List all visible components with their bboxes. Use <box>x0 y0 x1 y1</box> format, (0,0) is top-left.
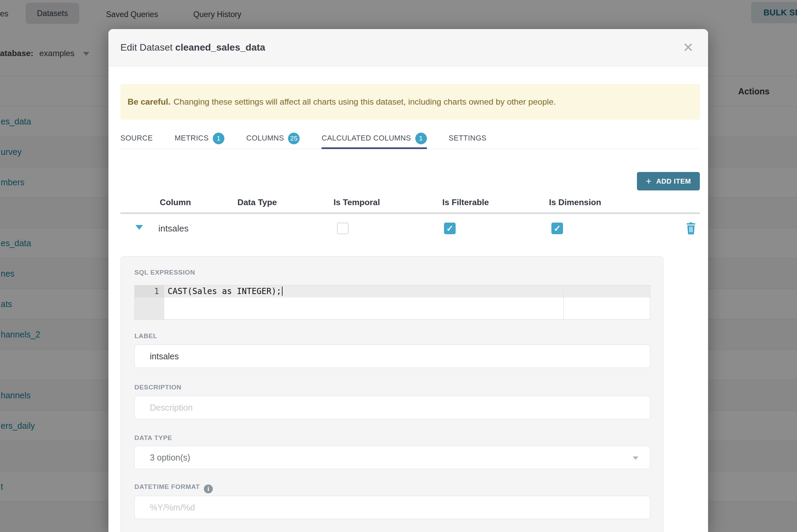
plus-icon <box>646 177 651 186</box>
close-icon[interactable] <box>680 39 696 56</box>
delete-column-button[interactable] <box>686 222 696 236</box>
is-dimension-checkbox[interactable] <box>551 223 563 234</box>
is-filterable-checkbox[interactable] <box>444 223 456 234</box>
data-type-select[interactable]: 3 option(s) <box>134 446 650 469</box>
modal-title-prefix: Edit Dataset <box>120 42 175 53</box>
editor-gutter: 1 <box>135 285 164 319</box>
sql-code-text: CAST(Sales as INTEGER); <box>168 287 281 296</box>
modal-tabs: SOURCE METRICS 1 COLUMNS 25 CALCULATED C… <box>120 128 700 149</box>
is-temporal-checkbox[interactable] <box>337 223 349 234</box>
warning-bold: Be careful. <box>128 97 170 107</box>
header-is-dimension: Is Dimension <box>549 198 601 207</box>
tab-calculated-columns-label: CALCULATED COLUMNS <box>322 134 411 143</box>
tab-calculated-columns[interactable]: CALCULATED COLUMNS 1 <box>322 128 427 149</box>
datetime-format-input[interactable] <box>134 496 650 519</box>
metrics-count-badge: 1 <box>213 133 224 144</box>
header-is-filterable: Is Filterable <box>442 198 489 207</box>
sql-expression-editor[interactable]: 1 CAST(Sales as INTEGER); <box>134 285 650 320</box>
editor-print-margin <box>563 285 564 319</box>
tab-columns[interactable]: COLUMNS 25 <box>246 128 300 149</box>
label-field-label: LABEL <box>134 332 157 340</box>
sql-expression-label: SQL EXPRESSION <box>134 269 195 276</box>
line-number: 1 <box>135 285 164 297</box>
header-column: Column <box>160 198 191 207</box>
tab-metrics[interactable]: METRICS 1 <box>174 128 224 149</box>
calculated-columns-count-badge: 1 <box>415 133 427 144</box>
sql-code-line: CAST(Sales as INTEGER); <box>168 285 283 297</box>
info-icon[interactable] <box>204 484 213 493</box>
tab-settings-label: SETTINGS <box>449 134 487 143</box>
text-cursor <box>282 287 283 296</box>
modal-title: Edit Dataset cleaned_sales_data <box>120 29 265 66</box>
tab-metrics-label: METRICS <box>174 134 209 143</box>
tab-source[interactable]: SOURCE <box>120 128 153 149</box>
add-item-label: ADD ITEM <box>656 177 691 185</box>
datetime-format-label-text: DATETIME FORMAT <box>134 483 200 490</box>
column-detail-panel: SQL EXPRESSION 1 CAST(Sales as INTEGER);… <box>120 256 664 532</box>
warning-text: Changing these settings will affect all … <box>173 97 556 107</box>
data-type-field-label: DATA TYPE <box>134 434 172 442</box>
columns-count-badge: 25 <box>288 133 300 144</box>
tab-settings[interactable]: SETTINGS <box>449 128 487 149</box>
calculated-column-row: intsales <box>120 214 700 255</box>
description-input[interactable] <box>134 396 650 419</box>
warning-banner: Be careful. Changing these settings will… <box>120 84 700 120</box>
trash-icon <box>686 222 696 235</box>
column-name: intsales <box>158 223 188 234</box>
chevron-down-icon <box>633 456 638 460</box>
datetime-format-field-label: DATETIME FORMAT <box>134 483 213 493</box>
dataset-name: cleaned_sales_data <box>175 42 265 53</box>
description-field-label: DESCRIPTION <box>134 384 182 391</box>
data-type-select-value: 3 option(s) <box>150 453 190 463</box>
header-is-temporal: Is Temporal <box>334 198 380 207</box>
collapse-caret-icon[interactable] <box>135 225 143 230</box>
tab-source-label: SOURCE <box>120 134 153 143</box>
tab-columns-label: COLUMNS <box>246 134 284 143</box>
screen: es Datasets Saved Queries Query History … <box>0 0 797 532</box>
label-input[interactable] <box>134 345 650 368</box>
header-data-type: Data Type <box>237 198 277 207</box>
modal-header: Edit Dataset cleaned_sales_data <box>108 29 708 66</box>
edit-dataset-modal: Edit Dataset cleaned_sales_data Be caref… <box>108 29 708 532</box>
add-item-button[interactable]: ADD ITEM <box>637 172 700 190</box>
